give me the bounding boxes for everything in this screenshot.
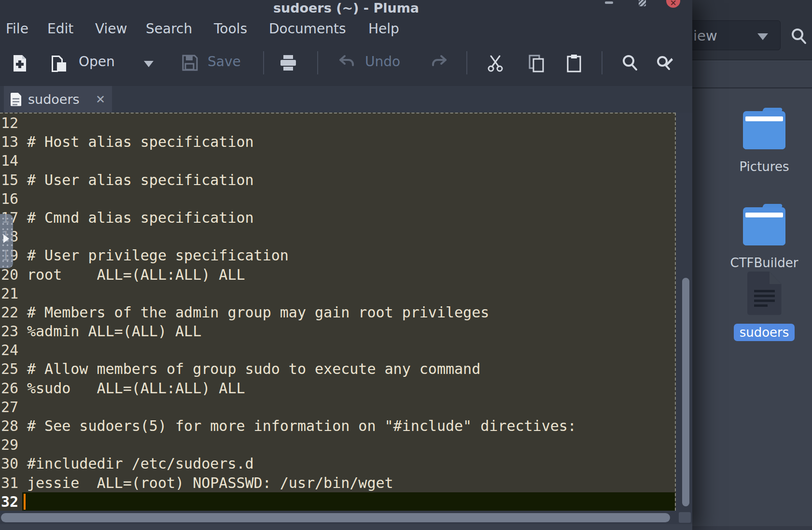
scrollbar-corner — [676, 511, 692, 524]
paste-icon[interactable] — [566, 54, 582, 72]
open-icon[interactable] — [50, 54, 68, 72]
editor-line[interactable]: 13 # Host alias specification — [0, 132, 675, 151]
text-editor[interactable]: 12 13 # Host alias specification 14 — [0, 113, 676, 511]
menu-tools[interactable]: Tools — [214, 19, 247, 39]
folder-icon — [743, 108, 785, 149]
find-replace-icon[interactable] — [656, 54, 674, 72]
line-text: # User privilege specification — [27, 247, 289, 264]
menu-file[interactable]: File — [6, 19, 28, 39]
cut-icon[interactable] — [486, 54, 504, 72]
line-number: 27 — [0, 398, 22, 416]
horizontal-scrollbar-thumb[interactable] — [1, 513, 670, 522]
menu-documents[interactable]: Documents — [269, 19, 346, 39]
line-number: 13 — [0, 132, 22, 151]
editor-line[interactable]: 22 # Members of the admin group may gain… — [0, 303, 675, 322]
tab-title: sudoers — [28, 92, 96, 107]
toolbar-separator — [602, 51, 602, 74]
line-number: 32 — [0, 492, 22, 511]
window-title: sudoers (~) - Pluma — [0, 0, 692, 15]
line-number: 31 — [0, 473, 22, 492]
editor-line[interactable]: 30 #includedir /etc/sudoers.d — [0, 454, 675, 473]
line-text: # See sudoers(5) for more information on… — [27, 417, 576, 434]
menu-help[interactable]: Help — [368, 19, 399, 39]
editor-lines: 12 13 # Host alias specification 14 — [0, 114, 675, 511]
menu-view[interactable]: View — [95, 19, 127, 39]
line-number: 16 — [0, 189, 22, 208]
save-button-label[interactable]: Save — [208, 52, 241, 72]
menu-search[interactable]: Search — [146, 19, 192, 39]
menu-edit[interactable]: Edit — [47, 19, 73, 39]
text-cursor — [24, 494, 26, 510]
line-text: %admin ALL=(ALL) ALL — [27, 323, 201, 340]
editor-line[interactable]: 18 — [0, 227, 675, 246]
editor-line[interactable]: 25 # Allow members of group sudo to exec… — [0, 359, 675, 378]
file-item-label: sudoers — [734, 324, 795, 341]
side-panel-handle[interactable] — [0, 214, 13, 268]
editor-line[interactable]: 24 — [0, 341, 675, 359]
open-dropdown-icon[interactable] — [144, 61, 154, 67]
redo-icon[interactable] — [431, 54, 448, 72]
editor-line[interactable]: 26 %sudo ALL=(ALL:ALL) ALL — [0, 379, 675, 398]
menubar: File Edit View Search Tools Documents He… — [0, 19, 692, 41]
line-number: 21 — [0, 284, 22, 303]
editor-line[interactable]: 23 %admin ALL=(ALL) ALL — [0, 322, 675, 341]
line-number: 26 — [0, 379, 22, 398]
vertical-scrollbar-thumb[interactable] — [682, 278, 689, 506]
editor-line[interactable]: 32 — [0, 492, 675, 511]
tab-close-icon[interactable]: ✕ — [96, 93, 105, 106]
open-button-label[interactable]: Open — [79, 52, 115, 72]
line-number: 22 — [0, 303, 22, 322]
line-number: 28 — [0, 416, 22, 435]
print-icon[interactable] — [279, 54, 297, 72]
editor-line[interactable]: 20 root ALL=(ALL:ALL) ALL — [0, 265, 675, 284]
line-text: # User alias specification — [27, 172, 254, 188]
text-file-icon — [747, 272, 782, 315]
titlebar[interactable]: sudoers (~) - Pluma ✕ — [0, 0, 692, 14]
line-number: 25 — [0, 359, 22, 378]
file-item-label: CTFBuilder — [725, 254, 804, 272]
copy-icon[interactable] — [528, 54, 545, 72]
minimize-icon[interactable] — [605, 1, 613, 4]
editor-line[interactable]: 12 — [0, 114, 675, 132]
line-number: 15 — [0, 171, 22, 189]
editor-line[interactable]: 19 # User privilege specification — [0, 246, 675, 265]
editor-line[interactable]: 15 # User alias specification — [0, 171, 675, 189]
line-text: # Allow members of group sudo to execute… — [27, 360, 480, 377]
vertical-scrollbar[interactable] — [676, 113, 692, 511]
line-text: # Cmnd alias specification — [27, 209, 254, 226]
horizontal-scrollbar[interactable] — [0, 511, 676, 524]
document-icon — [11, 93, 21, 106]
editor-line[interactable]: 21 — [0, 284, 675, 303]
line-number: 30 — [0, 454, 22, 473]
view-dropdown-value: iew — [693, 28, 717, 44]
save-icon[interactable] — [182, 54, 198, 72]
editor-line[interactable]: 17 # Cmnd alias specification — [0, 208, 675, 227]
pluma-window: sudoers (~) - Pluma ✕ File Edit View Sea… — [0, 0, 692, 530]
editor-line[interactable]: 31 jessie ALL=(root) NOPASSWD: /usr/bin/… — [0, 473, 675, 492]
line-text: %sudo ALL=(ALL:ALL) ALL — [27, 380, 245, 397]
line-number: 23 — [0, 322, 22, 341]
toolbar-separator — [466, 51, 467, 74]
line-number: 14 — [0, 151, 22, 170]
line-text: jessie ALL=(root) NOPASSWD: /usr/bin/wge… — [27, 474, 393, 491]
editor-line[interactable]: 14 — [0, 151, 675, 170]
editor-line[interactable]: 16 — [0, 189, 675, 208]
undo-button-label[interactable]: Undo — [365, 52, 400, 72]
file-item[interactable]: CTFBuilder — [726, 204, 803, 272]
line-number: 24 — [0, 341, 22, 359]
file-item[interactable]: Pictures — [726, 108, 803, 175]
editor-line[interactable]: 27 — [0, 398, 675, 416]
search-icon[interactable] — [790, 27, 808, 45]
file-item-label: Pictures — [734, 158, 795, 175]
tab-sudoers[interactable]: sudoers ✕ — [4, 86, 112, 113]
find-icon[interactable] — [621, 54, 639, 72]
undo-icon[interactable] — [338, 54, 355, 72]
editor-line[interactable]: 29 — [0, 435, 675, 454]
toolbar-separator — [317, 51, 318, 74]
line-text: # Host alias specification — [27, 133, 254, 150]
editor-line[interactable]: 28 # See sudoers(5) for more information… — [0, 416, 675, 435]
restore-icon[interactable] — [639, 0, 646, 6]
toolbar: Open Save — [0, 48, 692, 79]
new-document-icon[interactable] — [13, 54, 28, 72]
file-item[interactable]: sudoers — [726, 272, 803, 341]
